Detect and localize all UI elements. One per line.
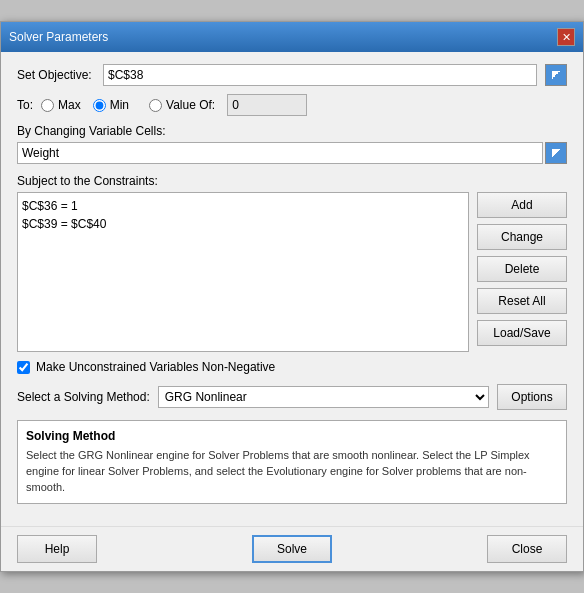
delete-button[interactable]: Delete bbox=[477, 256, 567, 282]
variable-cells-label: By Changing Variable Cells: bbox=[17, 124, 567, 138]
title-bar: Solver Parameters ✕ bbox=[1, 22, 583, 52]
close-icon[interactable]: ✕ bbox=[557, 28, 575, 46]
objective-input[interactable] bbox=[103, 64, 537, 86]
to-row: To: Max Min Value Of: bbox=[17, 94, 567, 116]
constraints-section: Subject to the Constraints: $C$36 = 1 $C… bbox=[17, 174, 567, 352]
value-of-radio[interactable] bbox=[149, 99, 162, 112]
variable-spreadsheet-icon[interactable] bbox=[545, 142, 567, 164]
dialog-title: Solver Parameters bbox=[9, 30, 108, 44]
to-label: To: bbox=[17, 98, 33, 112]
bottom-buttons: Help Solve Close bbox=[1, 526, 583, 571]
non-negative-label: Make Unconstrained Variables Non-Negativ… bbox=[36, 360, 275, 374]
max-radio-group: Max bbox=[41, 98, 81, 112]
value-of-label: Value Of: bbox=[166, 98, 215, 112]
change-button[interactable]: Change bbox=[477, 224, 567, 250]
constraints-label: Subject to the Constraints: bbox=[17, 174, 567, 188]
max-radio[interactable] bbox=[41, 99, 54, 112]
min-radio[interactable] bbox=[93, 99, 106, 112]
variable-cells-row bbox=[17, 142, 567, 164]
value-of-radio-group: Value Of: bbox=[149, 98, 215, 112]
objective-row: Set Objective: bbox=[17, 64, 567, 86]
options-button[interactable]: Options bbox=[497, 384, 567, 410]
objective-spreadsheet-icon[interactable] bbox=[545, 64, 567, 86]
solving-info-title: Solving Method bbox=[26, 429, 558, 443]
constraints-container: $C$36 = 1 $C$39 = $C$40 Add Change Delet… bbox=[17, 192, 567, 352]
max-label: Max bbox=[58, 98, 81, 112]
list-item: $C$39 = $C$40 bbox=[22, 215, 464, 233]
solver-dialog: Solver Parameters ✕ Set Objective: To: M… bbox=[0, 21, 584, 572]
list-item: $C$36 = 1 bbox=[22, 197, 464, 215]
close-button[interactable]: Close bbox=[487, 535, 567, 563]
solve-button[interactable]: Solve bbox=[252, 535, 332, 563]
variable-cells-input[interactable] bbox=[17, 142, 543, 164]
non-negative-checkbox[interactable] bbox=[17, 361, 30, 374]
objective-label: Set Objective: bbox=[17, 68, 97, 82]
min-label: Min bbox=[110, 98, 129, 112]
help-button[interactable]: Help bbox=[17, 535, 97, 563]
solving-method-label: Select a Solving Method: bbox=[17, 390, 150, 404]
solving-method-select[interactable]: GRG Nonlinear Simplex LP Evolutionary bbox=[158, 386, 489, 408]
reset-all-button[interactable]: Reset All bbox=[477, 288, 567, 314]
constraints-buttons: Add Change Delete Reset All Load/Save bbox=[477, 192, 567, 352]
checkbox-row: Make Unconstrained Variables Non-Negativ… bbox=[17, 360, 567, 374]
solving-info-text: Select the GRG Nonlinear engine for Solv… bbox=[26, 447, 558, 495]
min-radio-group: Min bbox=[93, 98, 129, 112]
dialog-body: Set Objective: To: Max Min Value Of: By … bbox=[1, 52, 583, 526]
solving-method-row: Select a Solving Method: GRG Nonlinear S… bbox=[17, 384, 567, 410]
load-save-button[interactable]: Load/Save bbox=[477, 320, 567, 346]
add-button[interactable]: Add bbox=[477, 192, 567, 218]
value-of-input[interactable] bbox=[227, 94, 307, 116]
constraints-list[interactable]: $C$36 = 1 $C$39 = $C$40 bbox=[17, 192, 469, 352]
solving-info-box: Solving Method Select the GRG Nonlinear … bbox=[17, 420, 567, 504]
